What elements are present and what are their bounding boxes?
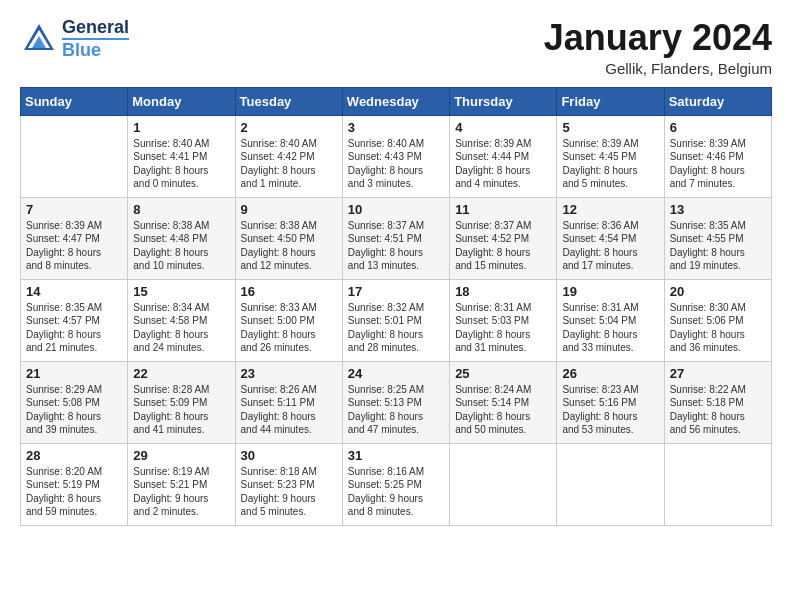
day-number: 22 (133, 366, 229, 381)
day-number: 21 (26, 366, 122, 381)
calendar-cell: 5Sunrise: 8:39 AMSunset: 4:45 PMDaylight… (557, 115, 664, 197)
day-number: 23 (241, 366, 337, 381)
cell-text: Sunrise: 8:35 AMSunset: 4:55 PMDaylight:… (670, 219, 766, 273)
location: Gellik, Flanders, Belgium (544, 60, 772, 77)
cell-text: Sunrise: 8:36 AMSunset: 4:54 PMDaylight:… (562, 219, 658, 273)
calendar-cell: 31Sunrise: 8:16 AMSunset: 5:25 PMDayligh… (342, 443, 449, 525)
day-number: 29 (133, 448, 229, 463)
logo: General Blue (20, 18, 129, 61)
cell-text: Sunrise: 8:24 AMSunset: 5:14 PMDaylight:… (455, 383, 551, 437)
month-title: January 2024 (544, 18, 772, 58)
calendar-cell: 20Sunrise: 8:30 AMSunset: 5:06 PMDayligh… (664, 279, 771, 361)
day-number: 25 (455, 366, 551, 381)
day-number: 12 (562, 202, 658, 217)
calendar-cell (664, 443, 771, 525)
day-number: 27 (670, 366, 766, 381)
day-number: 7 (26, 202, 122, 217)
cell-text: Sunrise: 8:38 AMSunset: 4:50 PMDaylight:… (241, 219, 337, 273)
day-number: 2 (241, 120, 337, 135)
day-number: 6 (670, 120, 766, 135)
calendar-cell: 27Sunrise: 8:22 AMSunset: 5:18 PMDayligh… (664, 361, 771, 443)
day-number: 10 (348, 202, 444, 217)
day-number: 11 (455, 202, 551, 217)
day-number: 30 (241, 448, 337, 463)
day-number: 20 (670, 284, 766, 299)
day-number: 13 (670, 202, 766, 217)
calendar-cell: 9Sunrise: 8:38 AMSunset: 4:50 PMDaylight… (235, 197, 342, 279)
cell-text: Sunrise: 8:16 AMSunset: 5:25 PMDaylight:… (348, 465, 444, 519)
calendar-cell: 10Sunrise: 8:37 AMSunset: 4:51 PMDayligh… (342, 197, 449, 279)
day-number: 17 (348, 284, 444, 299)
cell-text: Sunrise: 8:39 AMSunset: 4:46 PMDaylight:… (670, 137, 766, 191)
header: General Blue January 2024 Gellik, Flande… (20, 18, 772, 77)
cell-text: Sunrise: 8:39 AMSunset: 4:45 PMDaylight:… (562, 137, 658, 191)
calendar-cell: 23Sunrise: 8:26 AMSunset: 5:11 PMDayligh… (235, 361, 342, 443)
calendar-cell: 16Sunrise: 8:33 AMSunset: 5:00 PMDayligh… (235, 279, 342, 361)
column-header-wednesday: Wednesday (342, 87, 449, 115)
week-row-2: 7Sunrise: 8:39 AMSunset: 4:47 PMDaylight… (21, 197, 772, 279)
calendar-cell: 17Sunrise: 8:32 AMSunset: 5:01 PMDayligh… (342, 279, 449, 361)
cell-text: Sunrise: 8:37 AMSunset: 4:51 PMDaylight:… (348, 219, 444, 273)
day-number: 18 (455, 284, 551, 299)
cell-text: Sunrise: 8:20 AMSunset: 5:19 PMDaylight:… (26, 465, 122, 519)
logo-icon (20, 20, 58, 58)
calendar-cell (450, 443, 557, 525)
calendar-cell: 11Sunrise: 8:37 AMSunset: 4:52 PMDayligh… (450, 197, 557, 279)
calendar-cell: 26Sunrise: 8:23 AMSunset: 5:16 PMDayligh… (557, 361, 664, 443)
header-row: SundayMondayTuesdayWednesdayThursdayFrid… (21, 87, 772, 115)
week-row-3: 14Sunrise: 8:35 AMSunset: 4:57 PMDayligh… (21, 279, 772, 361)
calendar-cell: 6Sunrise: 8:39 AMSunset: 4:46 PMDaylight… (664, 115, 771, 197)
day-number: 4 (455, 120, 551, 135)
calendar-cell: 15Sunrise: 8:34 AMSunset: 4:58 PMDayligh… (128, 279, 235, 361)
calendar-cell: 14Sunrise: 8:35 AMSunset: 4:57 PMDayligh… (21, 279, 128, 361)
cell-text: Sunrise: 8:38 AMSunset: 4:48 PMDaylight:… (133, 219, 229, 273)
calendar-cell: 13Sunrise: 8:35 AMSunset: 4:55 PMDayligh… (664, 197, 771, 279)
cell-text: Sunrise: 8:34 AMSunset: 4:58 PMDaylight:… (133, 301, 229, 355)
week-row-1: 1Sunrise: 8:40 AMSunset: 4:41 PMDaylight… (21, 115, 772, 197)
calendar-cell: 21Sunrise: 8:29 AMSunset: 5:08 PMDayligh… (21, 361, 128, 443)
calendar-cell (557, 443, 664, 525)
column-header-sunday: Sunday (21, 87, 128, 115)
calendar-cell: 22Sunrise: 8:28 AMSunset: 5:09 PMDayligh… (128, 361, 235, 443)
day-number: 31 (348, 448, 444, 463)
cell-text: Sunrise: 8:29 AMSunset: 5:08 PMDaylight:… (26, 383, 122, 437)
calendar-cell: 4Sunrise: 8:39 AMSunset: 4:44 PMDaylight… (450, 115, 557, 197)
cell-text: Sunrise: 8:35 AMSunset: 4:57 PMDaylight:… (26, 301, 122, 355)
cell-text: Sunrise: 8:19 AMSunset: 5:21 PMDaylight:… (133, 465, 229, 519)
calendar-cell: 24Sunrise: 8:25 AMSunset: 5:13 PMDayligh… (342, 361, 449, 443)
day-number: 5 (562, 120, 658, 135)
cell-text: Sunrise: 8:30 AMSunset: 5:06 PMDaylight:… (670, 301, 766, 355)
column-header-tuesday: Tuesday (235, 87, 342, 115)
calendar-cell (21, 115, 128, 197)
calendar-cell: 1Sunrise: 8:40 AMSunset: 4:41 PMDaylight… (128, 115, 235, 197)
calendar-cell: 19Sunrise: 8:31 AMSunset: 5:04 PMDayligh… (557, 279, 664, 361)
cell-text: Sunrise: 8:18 AMSunset: 5:23 PMDaylight:… (241, 465, 337, 519)
calendar-cell: 12Sunrise: 8:36 AMSunset: 4:54 PMDayligh… (557, 197, 664, 279)
cell-text: Sunrise: 8:40 AMSunset: 4:43 PMDaylight:… (348, 137, 444, 191)
cell-text: Sunrise: 8:31 AMSunset: 5:03 PMDaylight:… (455, 301, 551, 355)
day-number: 1 (133, 120, 229, 135)
day-number: 9 (241, 202, 337, 217)
calendar-cell: 29Sunrise: 8:19 AMSunset: 5:21 PMDayligh… (128, 443, 235, 525)
cell-text: Sunrise: 8:25 AMSunset: 5:13 PMDaylight:… (348, 383, 444, 437)
column-header-monday: Monday (128, 87, 235, 115)
day-number: 24 (348, 366, 444, 381)
week-row-4: 21Sunrise: 8:29 AMSunset: 5:08 PMDayligh… (21, 361, 772, 443)
day-number: 19 (562, 284, 658, 299)
cell-text: Sunrise: 8:26 AMSunset: 5:11 PMDaylight:… (241, 383, 337, 437)
cell-text: Sunrise: 8:31 AMSunset: 5:04 PMDaylight:… (562, 301, 658, 355)
cell-text: Sunrise: 8:22 AMSunset: 5:18 PMDaylight:… (670, 383, 766, 437)
calendar-cell: 18Sunrise: 8:31 AMSunset: 5:03 PMDayligh… (450, 279, 557, 361)
day-number: 16 (241, 284, 337, 299)
calendar-cell: 2Sunrise: 8:40 AMSunset: 4:42 PMDaylight… (235, 115, 342, 197)
day-number: 26 (562, 366, 658, 381)
day-number: 28 (26, 448, 122, 463)
logo-text-general: General (62, 18, 129, 38)
day-number: 8 (133, 202, 229, 217)
calendar-cell: 3Sunrise: 8:40 AMSunset: 4:43 PMDaylight… (342, 115, 449, 197)
cell-text: Sunrise: 8:28 AMSunset: 5:09 PMDaylight:… (133, 383, 229, 437)
page: General Blue January 2024 Gellik, Flande… (0, 0, 792, 538)
column-header-friday: Friday (557, 87, 664, 115)
calendar-cell: 7Sunrise: 8:39 AMSunset: 4:47 PMDaylight… (21, 197, 128, 279)
calendar-cell: 25Sunrise: 8:24 AMSunset: 5:14 PMDayligh… (450, 361, 557, 443)
